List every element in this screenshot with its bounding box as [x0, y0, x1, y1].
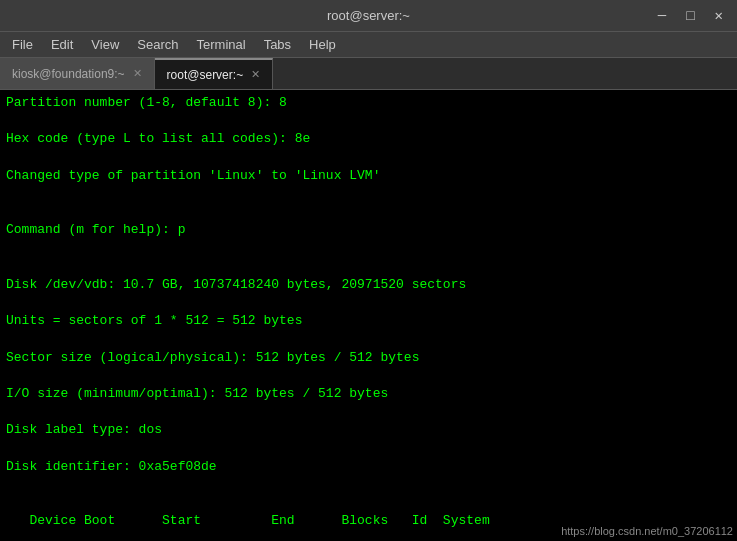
window-controls: ─ □ ✕	[652, 5, 729, 26]
title-bar: root@server:~ ─ □ ✕	[0, 0, 737, 32]
tab-root-label: root@server:~	[167, 68, 244, 82]
menu-help[interactable]: Help	[301, 35, 344, 54]
tab-kiosk-close[interactable]: ✕	[133, 67, 142, 80]
minimize-button[interactable]: ─	[652, 6, 672, 26]
maximize-button[interactable]: □	[680, 6, 700, 26]
tab-kiosk-label: kiosk@foundation9:~	[12, 67, 125, 81]
terminal-window[interactable]: Partition number (1-8, default 8): 8 Hex…	[0, 90, 737, 541]
tab-root-close[interactable]: ✕	[251, 68, 260, 81]
menu-view[interactable]: View	[83, 35, 127, 54]
menu-tabs[interactable]: Tabs	[256, 35, 299, 54]
menu-search[interactable]: Search	[129, 35, 186, 54]
terminal-output: Partition number (1-8, default 8): 8 Hex…	[6, 94, 731, 541]
menu-edit[interactable]: Edit	[43, 35, 81, 54]
menu-terminal[interactable]: Terminal	[189, 35, 254, 54]
menu-file[interactable]: File	[4, 35, 41, 54]
tab-bar: kiosk@foundation9:~ ✕ root@server:~ ✕	[0, 58, 737, 90]
tab-kiosk[interactable]: kiosk@foundation9:~ ✕	[0, 58, 155, 89]
window-title: root@server:~	[327, 8, 410, 23]
menu-bar: File Edit View Search Terminal Tabs Help	[0, 32, 737, 58]
tab-root[interactable]: root@server:~ ✕	[155, 58, 274, 89]
close-button[interactable]: ✕	[709, 5, 729, 26]
watermark: https://blog.csdn.net/m0_37206112	[561, 525, 733, 537]
